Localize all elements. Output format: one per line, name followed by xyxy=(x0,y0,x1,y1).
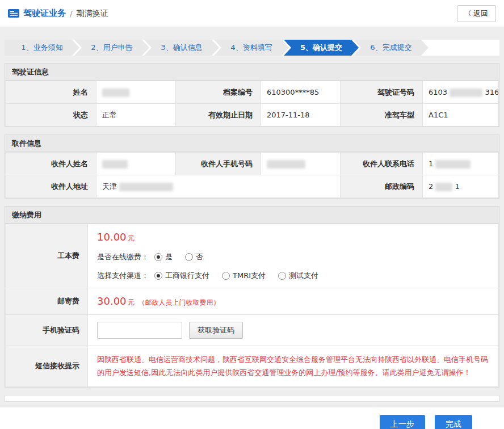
step-label: 2、用户申告 xyxy=(91,43,132,52)
online-pay-question: 是否在线缴费： xyxy=(97,252,149,262)
table-row: 手机验证码 获取验证码 xyxy=(6,315,499,346)
page-title: 驾驶证业务 xyxy=(23,8,66,19)
breadcrumb-separator: / xyxy=(70,9,73,18)
pay-channel-question-row: 选择支付渠道： 工商银行支付 TMRI支付 测试支付 xyxy=(97,271,489,281)
recipient-address-label: 收件人地址 xyxy=(6,175,96,198)
sms-tip-label: 短信接收提示 xyxy=(6,346,88,387)
header: 驾驶证业务 / 期满换证 〈 返回 xyxy=(0,0,504,27)
step-1-business-notice[interactable]: 1、业务须知 xyxy=(5,40,79,56)
license-info-title: 驾驶证信息 xyxy=(5,64,499,81)
postage-note: （邮政人员上门收取费用） xyxy=(138,298,220,306)
step-label: 5、确认提交 xyxy=(300,43,342,52)
step-4-fill-materials[interactable]: 4、资料填写 xyxy=(214,40,289,56)
recipient-name-value xyxy=(96,153,176,175)
page-subtitle: 期满换证 xyxy=(77,9,108,19)
table-row: 姓名 档案编号 610300****85 驾驶证号码 6103 3163X xyxy=(6,81,499,104)
bottom-strip xyxy=(5,395,499,402)
redacted-name-value xyxy=(102,89,129,97)
production-fee-price: 10.00元 xyxy=(97,231,489,243)
finish-button[interactable]: 完成 xyxy=(435,415,472,429)
online-pay-yes-option[interactable]: 是 xyxy=(154,252,173,262)
sms-code-label: 手机验证码 xyxy=(6,315,88,346)
back-button[interactable]: 〈 返回 xyxy=(457,5,496,22)
license-info-table: 姓名 档案编号 610300****85 驾驶证号码 6103 3163X 状态… xyxy=(5,81,499,127)
radio-checked-icon xyxy=(154,272,162,280)
file-number-label: 档案编号 xyxy=(176,81,261,104)
online-pay-no-option[interactable]: 否 xyxy=(185,252,203,262)
table-row: 短信接收提示 因陕西省联通、电信运营商技术问题，陕西省互联网交通安全综合服务管理… xyxy=(6,346,499,387)
sms-tip-text: 因陕西省联通、电信运营商技术问题，陕西省互联网交通安全综合服务管理平台无法向持陕… xyxy=(97,353,489,380)
radio-unchecked-icon xyxy=(185,253,193,261)
id-card-icon xyxy=(8,9,19,18)
channel-icbc-label: 工商银行支付 xyxy=(165,271,209,281)
sms-code-input[interactable] xyxy=(97,322,182,339)
recipient-phone-label: 收件人联系电话 xyxy=(341,153,423,175)
sms-code-cell: 获取验证码 xyxy=(88,315,499,346)
table-row: 状态 正常 有效期止日期 2017-11-18 准驾车型 A1C1 xyxy=(6,104,499,127)
step-3-confirm-info[interactable]: 3、确认信息 xyxy=(144,40,219,56)
zip-code-value: 2 1 xyxy=(423,175,499,198)
status-label: 状态 xyxy=(6,104,96,127)
back-button-label: 返回 xyxy=(473,9,488,19)
step-label: 3、确认信息 xyxy=(161,43,202,52)
recipient-address-prefix: 天津 xyxy=(102,182,117,191)
step-6-complete-submit[interactable]: 6、完成提交 xyxy=(354,40,429,56)
step-5-confirm-submit[interactable]: 5、确认提交 xyxy=(284,40,359,56)
channel-tmri-label: TMRI支付 xyxy=(233,271,266,281)
license-number-suffix: 3163X xyxy=(485,88,498,96)
step-label: 1、业务须知 xyxy=(21,43,62,52)
get-code-button[interactable]: 获取验证码 xyxy=(189,322,243,339)
vehicle-class-value: A1C1 xyxy=(423,104,499,127)
recipient-mobile-label: 收件人手机号码 xyxy=(176,153,261,175)
redacted-recipient-phone xyxy=(435,160,471,169)
breadcrumb: 驾驶证业务 / 期满换证 xyxy=(8,8,108,19)
redacted-recipient-name xyxy=(102,160,128,169)
footer-action-bar: 上一步 完成 xyxy=(0,407,504,429)
zip-code-prefix: 2 xyxy=(429,182,433,191)
pickup-info-table: 收件人姓名 收件人手机号码 收件人联系电话 1 收件人地址 天津 邮政编码 2 … xyxy=(5,152,499,198)
fee-unit: 元 xyxy=(128,234,135,242)
channel-test-option[interactable]: 测试支付 xyxy=(278,271,318,281)
online-pay-yes-label: 是 xyxy=(165,252,173,262)
fee-amount: 10.00 xyxy=(97,231,127,243)
channel-icbc-option[interactable]: 工商银行支付 xyxy=(154,271,209,281)
sms-tip-cell: 因陕西省联通、电信运营商技术问题，陕西省互联网交通安全综合服务管理平台无法向持陕… xyxy=(88,346,499,387)
step-label: 6、完成提交 xyxy=(370,43,411,52)
license-number-label: 驾驶证号码 xyxy=(341,81,423,104)
step-progress-bar: 1、业务须知 2、用户申告 3、确认信息 4、资料填写 5、确认提交 6、完成提… xyxy=(5,40,499,56)
table-row: 工本费 10.00元 是否在线缴费： 是 否 选 xyxy=(6,224,499,288)
production-fee-label: 工本费 xyxy=(6,224,88,288)
step-label: 4、资料填写 xyxy=(230,43,272,52)
recipient-mobile-value xyxy=(261,153,341,175)
recipient-address-value: 天津 xyxy=(96,175,341,198)
payment-title: 缴纳费用 xyxy=(5,207,499,224)
zip-code-label: 邮政编码 xyxy=(341,175,423,198)
name-value xyxy=(96,81,176,104)
pickup-info-panel: 取件信息 收件人姓名 收件人手机号码 收件人联系电话 1 收件人地址 天津 邮政… xyxy=(5,134,499,199)
payment-panel: 缴纳费用 工本费 10.00元 是否在线缴费： 是 否 xyxy=(5,206,499,388)
license-info-panel: 驾驶证信息 姓名 档案编号 610300****85 驾驶证号码 6103 31… xyxy=(5,63,499,127)
name-label: 姓名 xyxy=(6,81,96,104)
recipient-phone-value: 1 xyxy=(423,153,499,175)
table-row: 收件人姓名 收件人手机号码 收件人联系电话 1 xyxy=(6,153,499,175)
radio-unchecked-icon xyxy=(222,272,230,280)
recipient-phone-prefix: 1 xyxy=(429,159,433,168)
vehicle-class-label: 准驾车型 xyxy=(341,104,423,127)
postage-amount: 30.00 xyxy=(97,295,127,307)
zip-code-suffix: 1 xyxy=(455,182,460,191)
table-row: 邮寄费 30.00元（邮政人员上门收取费用） xyxy=(6,288,499,315)
previous-step-button[interactable]: 上一步 xyxy=(380,415,425,429)
license-number-value: 6103 3163X xyxy=(423,81,499,104)
redacted-zip-code xyxy=(435,183,452,191)
postage-fee-label: 邮寄费 xyxy=(6,288,88,315)
pay-channel-question: 选择支付渠道： xyxy=(97,271,149,281)
redacted-recipient-address xyxy=(119,183,173,191)
redacted-recipient-mobile xyxy=(267,160,305,169)
channel-test-label: 测试支付 xyxy=(289,271,318,281)
radio-checked-icon xyxy=(154,253,162,261)
table-row: 收件人地址 天津 邮政编码 2 1 xyxy=(6,175,499,198)
online-pay-no-label: 否 xyxy=(196,252,203,262)
channel-tmri-option[interactable]: TMRI支付 xyxy=(222,271,266,281)
step-2-user-declaration[interactable]: 2、用户申告 xyxy=(74,40,149,56)
expiry-date-label: 有效期止日期 xyxy=(176,104,261,127)
